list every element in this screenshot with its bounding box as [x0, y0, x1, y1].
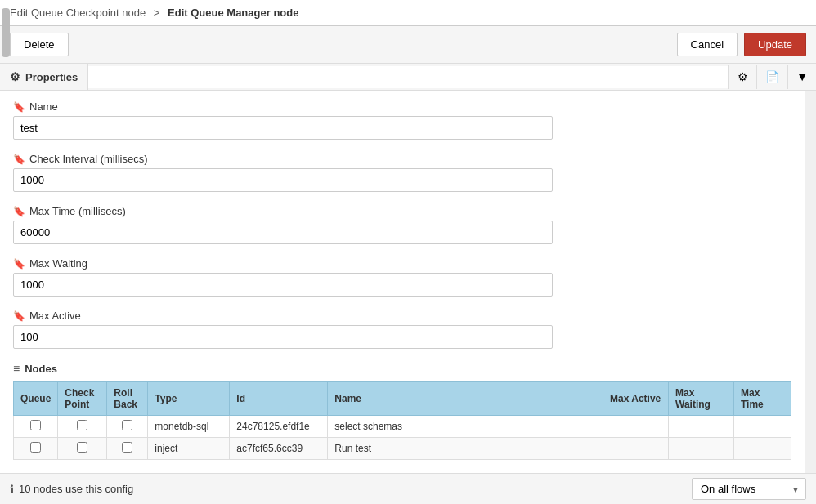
- row-max-waiting: [669, 416, 734, 438]
- name-input[interactable]: [13, 116, 553, 140]
- row-checkpoint-checkbox-cell: [58, 416, 107, 438]
- row-max-active: [603, 438, 669, 460]
- rollback-checkbox[interactable]: [122, 420, 132, 430]
- cancel-button[interactable]: Cancel: [677, 33, 738, 56]
- properties-gear-icon: ⚙: [10, 70, 20, 83]
- name-field-row: 🔖 Name: [13, 100, 791, 140]
- row-name: Run test: [328, 438, 603, 460]
- row-type: monetdb-sql: [148, 416, 230, 438]
- status-dropdown[interactable]: On all flows Current flow only: [692, 478, 806, 500]
- queue-checkbox[interactable]: [30, 420, 41, 430]
- row-queue-checkbox-cell: [14, 438, 58, 460]
- check-interval-bookmark-icon: 🔖: [13, 154, 25, 165]
- row-id: 24c78125.efdf1e: [230, 416, 328, 438]
- content-area: 🔖 Name 🔖 Check Interval (millisecs) 🔖 Ma…: [0, 91, 816, 473]
- max-active-input[interactable]: [13, 325, 553, 349]
- table-row: inject ac7fcf65.6cc39 Run test: [14, 438, 791, 460]
- checkpoint-checkbox[interactable]: [77, 442, 87, 453]
- checkpoint-checkbox[interactable]: [77, 420, 87, 430]
- toolbar-right: Cancel Update: [677, 33, 806, 56]
- table-row: monetdb-sql 24c78125.efdf1e select schem…: [14, 416, 791, 438]
- properties-chevron-button[interactable]: ▼: [787, 65, 816, 89]
- check-interval-label: 🔖 Check Interval (millisecs): [13, 153, 791, 165]
- max-waiting-bookmark-icon: 🔖: [13, 258, 25, 270]
- breadcrumb-parent: Edit Queue Checkpoint node: [10, 7, 146, 19]
- row-name: select schemas: [328, 416, 603, 438]
- row-max-waiting: [669, 438, 734, 460]
- properties-label: Properties: [25, 71, 78, 83]
- nodes-section-header: ≡ Nodes: [13, 362, 791, 375]
- app-container: Edit Queue Checkpoint node > Edit Queue …: [0, 0, 816, 504]
- status-right: On all flows Current flow only: [692, 478, 806, 500]
- max-time-bookmark-icon: 🔖: [13, 206, 25, 217]
- check-interval-field-row: 🔖 Check Interval (millisecs): [13, 153, 791, 192]
- properties-header: ⚙ Properties ⚙ 📄 ▼: [0, 64, 816, 91]
- row-max-time: [734, 416, 791, 438]
- row-rollback-checkbox-cell: [107, 438, 148, 460]
- queue-checkbox[interactable]: [30, 442, 41, 453]
- max-active-field-row: 🔖 Max Active: [13, 310, 791, 349]
- rollback-checkbox[interactable]: [122, 442, 132, 453]
- toolbar-left: Delete: [10, 33, 69, 56]
- info-icon: ℹ: [10, 483, 14, 496]
- breadcrumb-bar: Edit Queue Checkpoint node > Edit Queue …: [0, 0, 816, 26]
- col-header-maxactive: Max Active: [603, 382, 669, 416]
- max-time-label: 🔖 Max Time (millisecs): [13, 205, 791, 217]
- update-button[interactable]: Update: [744, 33, 806, 56]
- max-active-label: 🔖 Max Active: [13, 310, 791, 322]
- properties-gear-button[interactable]: ⚙: [729, 65, 756, 89]
- row-id: ac7fcf65.6cc39: [230, 438, 328, 460]
- name-bookmark-icon: 🔖: [13, 101, 25, 113]
- col-header-name: Name: [328, 382, 603, 416]
- col-header-maxtime: Max Time: [734, 382, 791, 416]
- max-time-input[interactable]: [13, 221, 553, 244]
- max-waiting-input[interactable]: [13, 273, 553, 297]
- col-header-maxwaiting: Max Waiting: [669, 382, 734, 416]
- name-label: 🔖 Name: [13, 100, 791, 113]
- breadcrumb-separator: >: [154, 7, 160, 19]
- status-message: 10 nodes use this config: [19, 483, 133, 495]
- col-header-rollback: Roll Back: [107, 382, 148, 416]
- row-max-active: [603, 416, 669, 438]
- nodes-icon: ≡: [13, 362, 20, 375]
- properties-search-input[interactable]: [88, 66, 728, 88]
- status-left: ℹ 10 nodes use this config: [10, 483, 133, 496]
- max-time-field-row: 🔖 Max Time (millisecs): [13, 205, 791, 244]
- row-rollback-checkbox-cell: [107, 416, 148, 438]
- max-active-bookmark-icon: 🔖: [13, 310, 25, 322]
- row-queue-checkbox-cell: [14, 416, 58, 438]
- nodes-table: Queue Check Point Roll Back Type Id Name…: [13, 381, 791, 460]
- check-interval-input[interactable]: [13, 168, 553, 192]
- col-header-checkpoint: Check Point: [58, 382, 107, 416]
- header-actions: ⚙ 📄 ▼: [728, 65, 816, 89]
- delete-button[interactable]: Delete: [10, 33, 69, 56]
- scrollbar[interactable]: [805, 91, 816, 473]
- col-header-queue: Queue: [14, 382, 58, 416]
- max-waiting-label: 🔖 Max Waiting: [13, 257, 791, 270]
- breadcrumb-current: Edit Queue Manager node: [168, 7, 298, 19]
- main-panel: 🔖 Name 🔖 Check Interval (millisecs) 🔖 Ma…: [0, 91, 805, 473]
- breadcrumb: Edit Queue Checkpoint node > Edit Queue …: [10, 7, 298, 19]
- col-header-type: Type: [148, 382, 230, 416]
- properties-doc-button[interactable]: 📄: [756, 65, 787, 89]
- col-header-id: Id: [230, 382, 328, 416]
- max-waiting-field-row: 🔖 Max Waiting: [13, 257, 791, 297]
- row-type: inject: [148, 438, 230, 460]
- nodes-title: Nodes: [25, 363, 57, 375]
- toolbar: Delete Cancel Update: [0, 26, 816, 64]
- status-dropdown-wrap: On all flows Current flow only: [692, 478, 806, 500]
- row-max-time: [734, 438, 791, 460]
- status-bar: ℹ 10 nodes use this config On all flows …: [0, 473, 816, 504]
- row-checkpoint-checkbox-cell: [58, 438, 107, 460]
- table-header-row: Queue Check Point Roll Back Type Id Name…: [14, 382, 791, 416]
- properties-title-section: ⚙ Properties: [0, 64, 88, 90]
